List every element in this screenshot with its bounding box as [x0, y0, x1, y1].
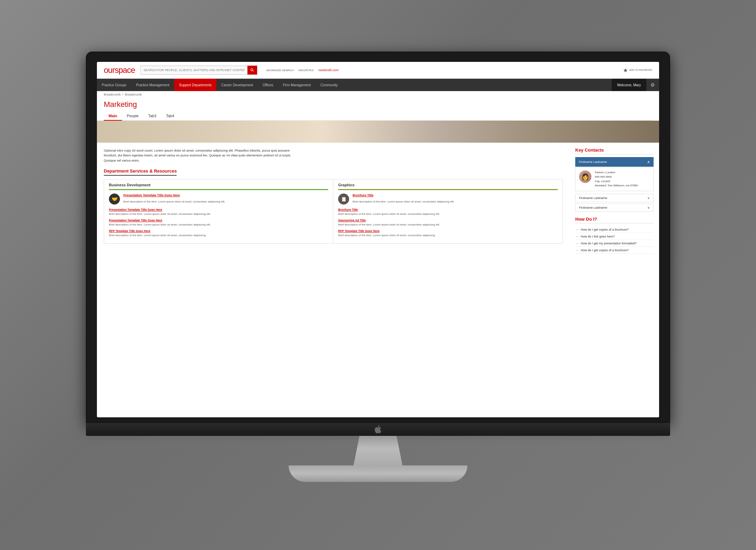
page-title: Marketing [104, 100, 652, 109]
service-item-featured-graphics-1: 📋 Brochure Title Brief description of th… [338, 194, 558, 205]
breadcrumb-item-2[interactable]: Breadcrumb [125, 93, 142, 96]
site-header: ourspace ADVANCED SEARCH FAVO [97, 62, 659, 79]
service-item-3: Presentation Template Title Goes Here Br… [109, 219, 328, 227]
tab-people[interactable]: People [122, 112, 143, 120]
monitor-stand-base [289, 465, 467, 482]
service-item-2: Presentation Template Title Goes Here Br… [109, 208, 328, 216]
services-col-business-development: Business Development 🤝 Presentation Temp… [104, 179, 333, 244]
nav-item-practice-management[interactable]: Practice Management [131, 79, 174, 91]
how-do-i-item-4[interactable]: → How do I get copies of a brochure? [575, 247, 654, 254]
nav-item-career-development[interactable]: Career Development [216, 79, 258, 91]
contact-card: 👩 Partner | London 555 555 5555 City: x1… [575, 167, 654, 191]
services-section-title: Department Services & Resources [104, 168, 177, 176]
service-item-g4: RFP Template Title Goes Here Brief descr… [338, 229, 558, 237]
breadcrumb-item-1[interactable]: Breadcrumb [104, 93, 121, 96]
service-item-title-4[interactable]: RFP Template Title Goes Here [109, 229, 328, 233]
services-grid: Business Development 🤝 Presentation Temp… [104, 179, 563, 244]
chevron-up-icon: ∧ [647, 160, 650, 164]
arrow-icon-2: → [575, 234, 579, 238]
search-input[interactable] [141, 66, 247, 74]
screen-bezel: ourspace ADVANCED SEARCH FAVO [86, 52, 670, 423]
intro-text: Optional intro copy 40 word count. Lorem… [104, 148, 303, 163]
tab-3[interactable]: Tab3 [143, 112, 161, 120]
screen: ourspace ADVANCED SEARCH FAVO [97, 62, 659, 417]
add-favorites-label: ADD TO FAVORITES [629, 69, 652, 72]
service-item-title-g2[interactable]: Brochure Title [338, 208, 558, 211]
arrow-icon-3: → [575, 241, 579, 245]
col-title-graphics: Graphics [338, 183, 558, 190]
how-do-i-item-2[interactable]: → How do I link goes here? [575, 233, 654, 240]
service-item-title-3[interactable]: Presentation Template Title Goes Here [109, 219, 328, 222]
contact-collapsed-name-2: Firstname Lastname [579, 206, 607, 209]
content-right: Key Contacts Firstname Lastname ∧ 👩 Part… [570, 143, 659, 417]
content-left: Optional intro copy 40 word count. Lorem… [97, 143, 570, 417]
header-links: ADVANCED SEARCH FAVORITES reedsmith.com [266, 68, 339, 72]
service-item-desc-g4: Brief description of the item. Lorem ips… [338, 233, 558, 237]
svg-line-1 [253, 70, 254, 72]
nav-bar: Practice Groups Practice Management Supp… [97, 79, 659, 91]
nav-item-firm-management[interactable]: Firm Management [278, 79, 315, 91]
page-tabs: Main People Tab3 Tab4 [104, 112, 652, 121]
favorites-link[interactable]: FAVORITES [298, 69, 313, 72]
service-item-title-g1[interactable]: Brochure Title [353, 194, 454, 197]
breadcrumb: Breadcrumb / Breadcrumb [97, 91, 659, 98]
service-item-desc-1: Brief description of the item. Lorem ips… [123, 200, 225, 203]
service-item-desc-2: Brief description of the item. Lorem ips… [109, 212, 328, 216]
nav-gear-button[interactable]: ⚙ [646, 79, 659, 91]
nav-item-practice-groups[interactable]: Practice Groups [97, 79, 131, 91]
avatar-emoji: 👩 [581, 173, 589, 180]
arrow-icon-1: → [575, 228, 579, 231]
logo-space: space [115, 65, 135, 75]
nav-item-community[interactable]: Community [315, 79, 343, 91]
contact-city-ext: City: x12345 [595, 179, 638, 184]
contact-dropdown-3[interactable]: Firstname Lastname ∨ [575, 204, 654, 212]
service-item-featured-1: 🤝 Presentation Template Title Goes Here … [109, 194, 328, 205]
contact-assistant: Assistant: Tom Wilbourn, ext 67890 [595, 184, 638, 188]
service-item-4: RFP Template Title Goes Here Brief descr… [109, 229, 328, 237]
contact-phone: 555 555 5555 [595, 175, 638, 179]
contact-dropdown-2[interactable]: Firstname Lastname ∨ [575, 194, 654, 202]
how-do-i-item-1[interactable]: → How do I get copies of a brochure? [575, 226, 654, 233]
logo-our: our [104, 65, 115, 75]
service-item-desc-3: Brief description of the item. Lorem ips… [109, 223, 328, 227]
service-item-title-2[interactable]: Presentation Template Title Goes Here [109, 208, 328, 211]
apple-logo-icon [373, 425, 383, 434]
contact-role: Partner | London [595, 170, 638, 175]
service-item-desc-g2: Brief description of the item. Lorem ips… [338, 212, 558, 216]
service-item-g2: Brochure Title Brief description of the … [338, 208, 558, 216]
monitor-chin [86, 423, 670, 436]
how-do-i-text-4: How do I get copies of a brochure? [581, 249, 629, 252]
advanced-search-link[interactable]: ADVANCED SEARCH [266, 69, 293, 72]
service-item-desc-4: Brief description of the item. Lorem ips… [109, 233, 328, 237]
service-item-desc-g3: Brief description of the item. Lorem ips… [338, 223, 558, 227]
service-item-g3: Sponsoring Ad Title Brief description of… [338, 219, 558, 227]
reedsmith-link[interactable]: reedsmith.com [318, 68, 338, 72]
service-item-title-g3[interactable]: Sponsoring Ad Title [338, 219, 558, 222]
how-do-i-title: How Do I? [575, 217, 654, 223]
chevron-down-icon-2: ∨ [647, 206, 650, 209]
service-item-title-1[interactable]: Presentation Template Title Goes Here [123, 194, 225, 197]
service-item-title-g4[interactable]: RFP Template Title Goes Here [338, 229, 558, 233]
how-do-i-text-2: How do I link goes here? [581, 235, 615, 238]
handshake-icon: 🤝 [109, 194, 120, 205]
contact-info: Partner | London 555 555 5555 City: x123… [595, 170, 638, 188]
header-top: ourspace ADVANCED SEARCH FAVO [104, 65, 652, 78]
tab-main[interactable]: Main [104, 112, 122, 120]
search-button[interactable] [247, 66, 257, 75]
tab-4[interactable]: Tab4 [161, 112, 179, 120]
nav-welcome: Welcome, Mary [612, 79, 646, 91]
key-contact-expanded-name: Firstname Lastname [579, 160, 607, 164]
search-icon [250, 68, 254, 72]
how-do-i-text-1: How do I get copies of a brochure? [581, 228, 629, 231]
nav-item-support-departments[interactable]: Support Departments [174, 79, 216, 91]
col-title-business-development: Business Development [109, 183, 328, 190]
add-favorites-btn[interactable]: ★ ADD TO FAVORITES [623, 67, 652, 74]
brochure-icon: 📋 [338, 194, 349, 205]
services-section: Department Services & Resources Business… [104, 168, 563, 244]
how-do-i-item-3[interactable]: → How do I get my presentation formatted… [575, 240, 654, 247]
arrow-icon-4: → [575, 248, 579, 252]
chevron-down-icon-1: ∨ [647, 196, 650, 200]
nav-item-offices[interactable]: Offices [258, 79, 278, 91]
key-contact-dropdown-expanded[interactable]: Firstname Lastname ∧ [575, 157, 654, 167]
service-item-desc-g1: Brief description of the item. Lorem ips… [353, 200, 454, 203]
